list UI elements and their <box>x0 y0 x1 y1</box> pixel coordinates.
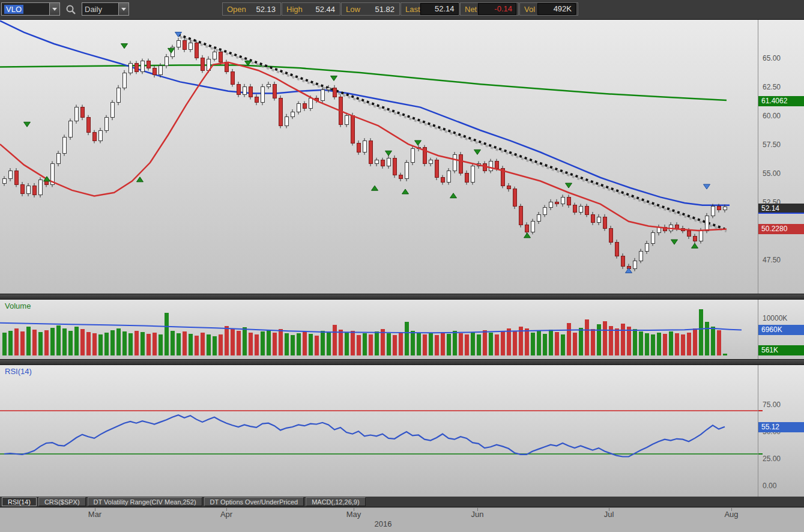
quote-value: 52.14 <box>420 3 459 15</box>
month-label-mar: Mar <box>88 510 101 519</box>
search-button[interactable] <box>64 4 77 16</box>
quote-value: 51.82 <box>375 5 399 14</box>
last-volume-badge: 561K <box>758 345 804 355</box>
volume-pane[interactable] <box>0 298 758 359</box>
quote-field-open: Open52.13 <box>222 2 281 16</box>
quote-field-vol: Vol492K <box>519 2 578 16</box>
indicator-tab-bar: RSI(14)CRS($SPX)DT Volatility Range(CIV … <box>0 497 804 507</box>
date-axis[interactable]: MarAprMayJunJulAug2016 <box>0 507 804 532</box>
rsi-canvas <box>0 364 758 497</box>
chevron-down-icon <box>121 8 126 11</box>
quote-value: 52.44 <box>315 5 340 14</box>
period-combobox[interactable]: Daily <box>82 2 129 16</box>
rsi-pane[interactable] <box>0 364 758 497</box>
quote-label: Open <box>223 5 246 14</box>
chevron-down-icon <box>52 8 57 11</box>
quote-field-net: Net-0.14 <box>460 2 519 16</box>
period-value[interactable]: Daily <box>82 2 118 16</box>
quote-label: High <box>282 5 303 14</box>
axis-tick-label: 75.00 <box>763 401 781 409</box>
tab-dt-options-over-underpriced[interactable]: DT Options Over/UnderPriced <box>204 497 304 506</box>
axis-tick-label: 25.00 <box>763 455 781 463</box>
quote-label: Last <box>401 5 420 14</box>
month-label-jul: Jul <box>604 510 614 519</box>
pane-splitter[interactable] <box>0 359 804 365</box>
axis-level-stub <box>758 410 763 411</box>
symbol-combobox[interactable]: VLO <box>1 2 60 16</box>
ma-200-value-badge: 61.4062 <box>758 96 804 106</box>
quote-field-low: Low51.82 <box>341 2 400 16</box>
rsi-pane-label: RSI(14) <box>5 367 32 376</box>
tab-rsi-14-[interactable]: RSI(14) <box>2 497 37 506</box>
rsi-value-badge: 55.12 <box>758 422 804 432</box>
volume-ma-badge: 6960K <box>758 325 804 335</box>
pane-splitter[interactable] <box>0 294 804 300</box>
last-price-badge: 52.14 <box>758 204 804 214</box>
axis-tick-label: 65.00 <box>763 54 781 62</box>
axis-tick-label: 55.00 <box>763 169 781 178</box>
tab-dt-volatility-range-civ-mean-252-[interactable]: DT Volatility Range(CIV Mean,252) <box>88 497 202 506</box>
month-label-apr: Apr <box>220 510 232 519</box>
quote-field-last: Last52.14 <box>400 2 459 16</box>
toolbar: VLO Daily Open52.13High52.44Low51.82Last… <box>0 0 804 20</box>
quote-bar: Open52.13High52.44Low51.82Last52.14Net-0… <box>222 2 579 17</box>
quote-label: Vol <box>520 5 535 14</box>
volume-canvas <box>0 298 758 359</box>
symbol-dropdown-button[interactable] <box>49 2 60 16</box>
axis-level-stub <box>758 453 763 455</box>
quote-label: Low <box>342 5 360 14</box>
search-icon <box>65 4 76 15</box>
quote-value: 52.13 <box>256 5 280 14</box>
tab-macd-12-26-9-[interactable]: MACD(,12,26,9) <box>306 497 365 506</box>
ma-fast-value-badge: 50.2280 <box>758 224 804 234</box>
quote-value: 492K <box>537 3 576 15</box>
quote-label: Net <box>461 5 477 14</box>
month-label-aug: Aug <box>724 510 738 519</box>
month-label-jun: Jun <box>471 510 484 519</box>
period-dropdown-button[interactable] <box>118 2 129 16</box>
axis-tick-label: 10000K <box>763 314 787 322</box>
price-axis[interactable]: 65.0062.5060.0057.5055.0052.5050.0047.50… <box>758 19 804 507</box>
year-label: 2016 <box>375 519 392 528</box>
symbol-text: VLO <box>4 5 23 14</box>
axis-tick-label: 57.50 <box>763 141 781 149</box>
symbol-input[interactable]: VLO <box>1 2 49 16</box>
price-chart-canvas <box>0 19 758 294</box>
axis-tick-label: 0.00 <box>763 482 776 490</box>
axis-tick-label: 47.50 <box>763 256 781 264</box>
month-label-may: May <box>346 510 361 519</box>
axis-tick-label: 62.50 <box>763 83 781 91</box>
tab-crs-spx-[interactable]: CRS($SPX) <box>38 497 86 506</box>
charting-app: VLO Daily Open52.13High52.44Low51.82Last… <box>0 0 804 532</box>
price-chart-pane[interactable] <box>0 19 758 294</box>
quote-field-high: High52.44 <box>282 2 340 16</box>
volume-pane-label: Volume <box>5 301 31 310</box>
quote-value: -0.14 <box>478 3 516 15</box>
axis-tick-label: 60.00 <box>763 112 781 120</box>
